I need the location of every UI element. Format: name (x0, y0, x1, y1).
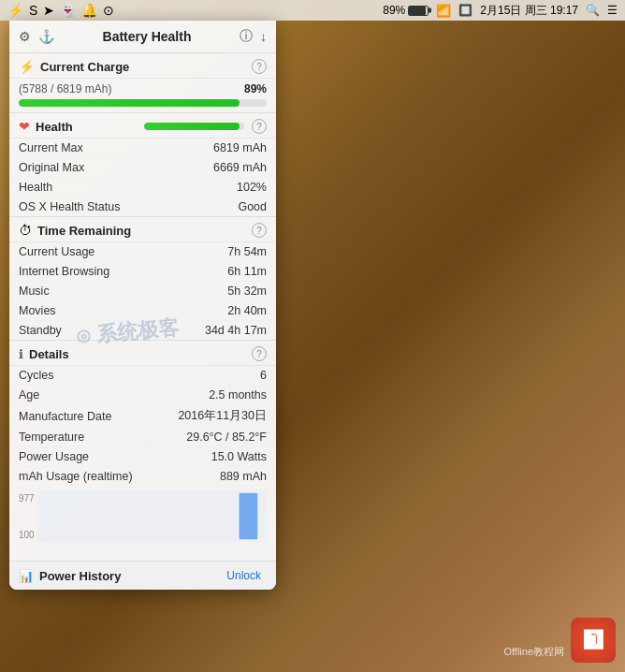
health-original-max-label: Original Max (19, 161, 213, 174)
health-original-max-row: Original Max 6669 mAh (9, 158, 276, 178)
details-mfg-date-row: Manufacture Date 2016年11月30日 (9, 405, 276, 428)
health-label: Health (36, 120, 137, 134)
power-history-label: Power History (39, 569, 221, 583)
extra-icon[interactable]: 🔲 (458, 4, 472, 17)
office-badge: 🅾 (571, 618, 616, 663)
time-remaining-help[interactable]: ? (252, 223, 267, 238)
time-remaining-header: ⏱ Time Remaining ? (9, 217, 276, 242)
chart-area: 977 100 (9, 486, 276, 561)
menu-icon[interactable]: ☰ (607, 4, 618, 17)
details-cycles-value: 6 (260, 369, 267, 382)
details-power-row: Power Usage 15.0 Watts (9, 447, 276, 467)
details-temp-label: Temperature (19, 431, 186, 444)
time-movies-label: Movies (19, 304, 227, 317)
power-chart-svg (37, 490, 267, 542)
time-current-usage-row: Current Usage 7h 54m (9, 242, 276, 262)
time-internet-row: Internet Browsing 6h 11m (9, 262, 276, 282)
svg-rect-0 (37, 490, 267, 542)
time-movies-value: 2h 40m (227, 304, 267, 317)
panel-title: Battery Health (62, 29, 232, 44)
details-mah-label: mAh Usage (realtime) (19, 470, 220, 483)
details-label: Details (29, 347, 252, 361)
bell-icon[interactable]: 🔔 (81, 3, 97, 18)
current-charge-header: ⚡ Current Charge ? (9, 53, 276, 79)
details-cycles-row: Cycles 6 (9, 366, 276, 386)
info-icon[interactable]: ⓘ (240, 28, 253, 45)
menubar-right: 89% 📶 🔲 2月15日 周三 19:17 🔍 ☰ (383, 3, 618, 19)
health-current-max-value: 6819 mAh (213, 141, 267, 154)
charge-row: (5788 / 6819 mAh) 89% (9, 79, 276, 97)
details-cycles-label: Cycles (19, 369, 260, 382)
details-temp-value: 29.6°C / 85.2°F (186, 431, 267, 444)
time-current-usage-label: Current Usage (19, 245, 227, 258)
health-osx-value: Good (238, 200, 267, 213)
health-osx-label: OS X Health Status (19, 200, 238, 213)
time-remaining-label: Time Remaining (37, 224, 252, 238)
gear-icon[interactable]: ⚙ (19, 29, 31, 44)
search-icon[interactable]: 🔍 (586, 4, 600, 17)
details-mah-value: 889 mAh (220, 470, 267, 483)
health-original-max-value: 6669 mAh (213, 161, 267, 174)
details-temp-row: Temperature 29.6°C / 85.2°F (9, 428, 276, 447)
health-progress-bar (144, 123, 245, 130)
health-header: ❤ Health ? (9, 113, 276, 139)
panel-header-right: ⓘ ↓ (240, 28, 267, 45)
time-internet-value: 6h 11m (227, 265, 267, 278)
date-time: 2月15日 周三 19:17 (480, 3, 578, 19)
time-internet-label: Internet Browsing (19, 265, 227, 278)
time-music-label: Music (19, 285, 227, 298)
health-osx-row: OS X Health Status Good (9, 197, 276, 216)
details-mah-row: mAh Usage (realtime) 889 mAh (9, 467, 276, 486)
chart-label-low: 100 (19, 530, 35, 540)
details-age-label: Age (19, 388, 209, 402)
time-standby-value: 34d 4h 17m (205, 324, 267, 337)
charge-text: (5788 / 6819 mAh) (19, 82, 111, 95)
health-pct-value: 102% (237, 181, 267, 194)
anchor-icon[interactable]: ⚓ (38, 29, 54, 44)
nav-icon[interactable]: ➤ (43, 3, 54, 18)
details-header: ℹ Details ? (9, 341, 276, 366)
panel-footer: 📊 Power History Unlock (9, 561, 276, 590)
office-icon: 🅾 (584, 630, 603, 651)
health-help[interactable]: ? (252, 119, 267, 134)
s-icon[interactable]: S (29, 3, 37, 18)
details-mfg-date-value: 2016年11月30日 (178, 408, 267, 424)
site-label: Offline教程网 (503, 645, 564, 659)
charge-pct: 89% (244, 82, 267, 95)
battery-panel: ⚙ ⚓ Battery Health ⓘ ↓ ⚡ Current Charge … (9, 21, 276, 590)
details-age-value: 2.5 months (209, 388, 267, 402)
menubar-left: ⚡ S ➤ 👻 🔔 ⊙ (7, 3, 114, 18)
time-music-value: 5h 32m (227, 285, 267, 298)
heart-icon: ❤ (19, 119, 30, 134)
time-standby-label: Standby (19, 324, 205, 337)
details-power-value: 15.0 Watts (211, 450, 267, 463)
menubar: ⚡ S ➤ 👻 🔔 ⊙ 89% 📶 🔲 2月15日 周三 19:17 🔍 ☰ (0, 0, 625, 21)
charge-bar-container (9, 97, 276, 112)
charge-bar-fill (19, 99, 240, 107)
wifi-icon[interactable]: 📶 (436, 4, 451, 18)
health-section: ❤ Health ? Current Max 6819 mAh Original… (9, 113, 276, 216)
battery-fill (409, 7, 426, 15)
time-movies-row: Movies 2h 40m (9, 301, 276, 321)
battery-bar (408, 6, 429, 16)
chart-icon: 📊 (19, 569, 34, 583)
details-mfg-date-label: Manufacture Date (19, 410, 178, 423)
time-standby-row: Standby 34d 4h 17m (9, 321, 276, 340)
health-current-max-row: Current Max 6819 mAh (9, 139, 276, 158)
time-remaining-section: ⏱ Time Remaining ? Current Usage 7h 54m … (9, 217, 276, 340)
ghost-icon[interactable]: 👻 (60, 3, 76, 18)
battery-pct-text: 89% (383, 4, 405, 17)
download-icon[interactable]: ↓ (260, 29, 267, 44)
unlock-button[interactable]: Unlock (221, 567, 267, 584)
circle-icon[interactable]: ⊙ (103, 3, 114, 18)
current-charge-help[interactable]: ? (252, 59, 267, 74)
health-progress-fill (144, 123, 240, 130)
time-music-row: Music 5h 32m (9, 282, 276, 301)
charge-icon: ⚡ (19, 59, 35, 74)
health-pct-row: Health 102% (9, 178, 276, 197)
details-info-icon: ℹ (19, 347, 23, 361)
bolt-icon[interactable]: ⚡ (7, 3, 23, 18)
svg-rect-1 (240, 493, 258, 540)
details-help[interactable]: ? (252, 346, 267, 361)
health-current-max-label: Current Max (19, 141, 213, 154)
